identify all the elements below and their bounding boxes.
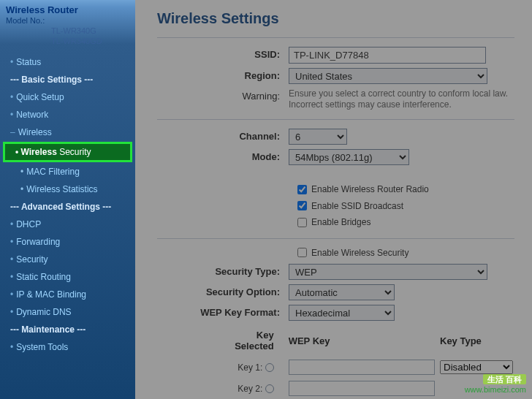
chk-ssid[interactable]: Enable SSID Broadcast: [297, 201, 403, 211]
ssid-label: SSID:: [157, 47, 289, 63]
sidebar-model: Model No.: TL-WR340G TL-WR340GD: [0, 15, 135, 50]
warning-text: Ensure you select a correct country to c…: [289, 88, 514, 110]
chk-ssid-input[interactable]: [297, 201, 307, 210]
nav-ddns[interactable]: •Dynamic DNS: [0, 303, 135, 321]
nav-list: •Status --- Basic Settings --- •Quick Se…: [0, 53, 135, 356]
region-label: Region:: [157, 68, 289, 84]
nav-static-routing[interactable]: •Static Routing: [0, 268, 135, 286]
divider: [157, 37, 514, 38]
nav-security[interactable]: •Security: [0, 251, 135, 268]
sectype-label: Security Type:: [157, 264, 289, 280]
nav-section-basic: --- Basic Settings ---: [0, 71, 135, 88]
warning-label: Warning:: [157, 88, 289, 104]
divider: [157, 238, 514, 239]
mode-label: Mode:: [157, 149, 289, 165]
nav-section-maint: --- Maintenance ---: [0, 321, 135, 338]
sidebar: Wireless Router Model No.: TL-WR340G TL-…: [0, 0, 135, 399]
content-area: Wireless Settings SSID: Region: United S…: [135, 0, 532, 399]
keytable-col-selected: Key Selected: [226, 330, 287, 356]
channel-label: Channel:: [157, 129, 289, 145]
nav-quicksetup[interactable]: •Quick Setup: [0, 88, 135, 106]
chk-radio[interactable]: Enable Wireless Router Radio: [297, 184, 429, 194]
nav-mac-filtering[interactable]: •MAC Filtering: [0, 163, 135, 180]
mode-select[interactable]: 54Mbps (802.11g): [289, 149, 409, 165]
wepfmt-label: WEP Key Format:: [157, 305, 289, 321]
region-select[interactable]: United States: [289, 68, 487, 84]
ssid-input[interactable]: [289, 47, 486, 64]
keytable-col-wep: WEP Key: [289, 330, 438, 356]
nav-wireless-security[interactable]: • Wireless Security: [3, 142, 132, 162]
nav-network[interactable]: •Network: [0, 106, 135, 123]
nav-system-tools[interactable]: •System Tools: [0, 338, 135, 356]
channel-select[interactable]: 6: [289, 129, 347, 145]
chk-bridges[interactable]: Enable Bridges: [297, 217, 370, 227]
nav-section-advanced: --- Advanced Settings ---: [0, 198, 135, 216]
chk-radio-input[interactable]: [297, 185, 307, 194]
nav-forwarding[interactable]: •Forwarding: [0, 233, 135, 251]
keytable-col-type: Key Type: [440, 330, 513, 356]
secopt-label: Security Option:: [157, 284, 289, 300]
wepfmt-select[interactable]: Hexadecimal: [289, 305, 395, 321]
nav-dhcp[interactable]: •DHCP: [0, 216, 135, 233]
divider: [157, 119, 514, 120]
sectype-select[interactable]: WEP: [289, 264, 487, 280]
nav-wireless-stats[interactable]: •Wireless Statistics: [0, 180, 135, 198]
secopt-select[interactable]: Automatic: [289, 284, 395, 300]
key1-type[interactable]: Disabled: [440, 360, 513, 374]
nav-ipmac[interactable]: •IP & MAC Binding: [0, 286, 135, 303]
key2-radio[interactable]: [265, 384, 274, 393]
key1-input[interactable]: [289, 360, 435, 375]
nav-status[interactable]: •Status: [0, 53, 135, 71]
chk-bridges-input[interactable]: [297, 218, 307, 227]
watermark: 生活 百科 www.bimeizi.com: [465, 374, 526, 395]
sidebar-title: Wireless Router: [0, 4, 135, 15]
key2-input[interactable]: [289, 381, 435, 396]
page-title: Wireless Settings: [157, 10, 514, 27]
key1-radio[interactable]: [265, 363, 274, 372]
nav-wireless[interactable]: –Wireless: [0, 123, 135, 141]
chk-wsec-input[interactable]: [297, 248, 307, 257]
chk-wsec[interactable]: Enable Wireless Security: [297, 248, 408, 258]
